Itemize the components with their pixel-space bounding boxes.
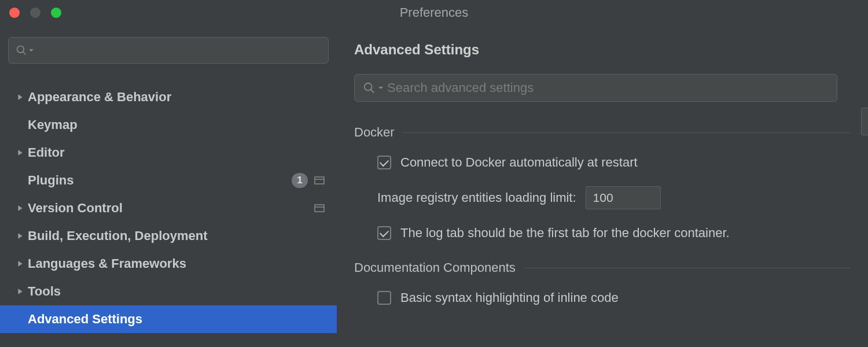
sidebar-item-label: Editor xyxy=(28,145,325,160)
sidebar-item-advanced-settings[interactable]: Advanced Settings xyxy=(0,305,337,333)
sidebar-item-plugins[interactable]: Plugins 1 xyxy=(0,167,337,194)
project-level-icon xyxy=(314,202,325,214)
sidebar-item-version-control[interactable]: Version Control xyxy=(0,194,337,222)
page-title: Advanced Settings xyxy=(354,42,851,58)
sidebar-item-label: Advanced Settings xyxy=(28,312,325,327)
group-header-documentation-components: Documentation Components xyxy=(354,260,851,275)
setting-label: Basic syntax highlighting of inline code xyxy=(400,290,619,305)
separator xyxy=(524,268,851,268)
sidebar: Appearance & Behavior Keymap Editor Plug… xyxy=(0,25,337,347)
sidebar-item-build-execution-deployment[interactable]: Build, Execution, Deployment xyxy=(0,222,337,250)
sidebar-item-label: Build, Execution, Deployment xyxy=(28,228,325,243)
sidebar-item-label: Version Control xyxy=(28,201,314,216)
advanced-search[interactable] xyxy=(354,74,837,102)
group-header-docker: Docker xyxy=(354,125,851,140)
sidebar-item-label: Plugins xyxy=(28,173,292,188)
update-count-badge: 1 xyxy=(292,173,308,188)
maximize-window-button[interactable] xyxy=(51,8,61,18)
chevron-right-icon xyxy=(13,260,28,267)
chevron-right-icon xyxy=(13,149,28,156)
svg-point-0 xyxy=(17,46,24,53)
sidebar-item-label: Tools xyxy=(28,284,325,299)
sidebar-item-appearance-behavior[interactable]: Appearance & Behavior xyxy=(0,83,337,111)
setting-docker-log-tab-first[interactable]: The log tab should be the first tab for … xyxy=(354,226,851,241)
svg-rect-2 xyxy=(315,177,324,184)
checkbox[interactable] xyxy=(377,291,391,305)
titlebar: Preferences xyxy=(0,0,868,25)
settings-tree: Appearance & Behavior Keymap Editor Plug… xyxy=(0,83,337,333)
sidebar-item-tools[interactable]: Tools xyxy=(0,278,337,305)
chevron-right-icon xyxy=(13,94,28,101)
close-window-button[interactable] xyxy=(9,8,20,18)
group-label: Documentation Components xyxy=(354,260,516,275)
sidebar-item-label: Languages & Frameworks xyxy=(28,256,325,271)
sidebar-item-label: Appearance & Behavior xyxy=(28,90,325,105)
sidebar-item-languages-frameworks[interactable]: Languages & Frameworks xyxy=(0,250,337,278)
advanced-search-input[interactable] xyxy=(387,80,829,95)
chevron-right-icon xyxy=(13,288,28,295)
sidebar-search[interactable] xyxy=(8,37,329,64)
window-controls xyxy=(9,8,61,18)
window-title: Preferences xyxy=(0,5,868,20)
checkbox[interactable] xyxy=(377,156,391,169)
svg-line-7 xyxy=(371,90,374,93)
content-search-row xyxy=(354,74,851,102)
svg-rect-4 xyxy=(315,205,324,212)
setting-basic-syntax-highlighting[interactable]: Basic syntax highlighting of inline code xyxy=(354,290,851,305)
chevron-right-icon xyxy=(13,205,28,212)
sidebar-item-label: Keymap xyxy=(28,117,325,132)
content-pane: Advanced Settings Docker Connect to Dock… xyxy=(337,25,868,347)
sidebar-item-editor[interactable]: Editor xyxy=(0,139,337,167)
registry-limit-input[interactable] xyxy=(586,186,661,209)
main: Appearance & Behavior Keymap Editor Plug… xyxy=(0,25,868,347)
sidebar-search-input[interactable] xyxy=(36,44,321,57)
svg-line-1 xyxy=(23,52,26,55)
setting-label: The log tab should be the first tab for … xyxy=(400,226,730,241)
chevron-down-icon[interactable] xyxy=(379,85,384,91)
group-label: Docker xyxy=(354,125,395,140)
setting-label: Image registry entities loading limit: xyxy=(377,190,576,205)
separator xyxy=(403,132,851,133)
chevron-right-icon xyxy=(13,232,28,239)
search-icon xyxy=(16,45,27,56)
sidebar-item-keymap[interactable]: Keymap xyxy=(0,111,337,139)
setting-docker-connect-restart[interactable]: Connect to Docker automatically at resta… xyxy=(354,155,851,170)
modified-filter-button[interactable] xyxy=(861,108,868,135)
project-level-icon xyxy=(314,175,325,186)
search-icon xyxy=(363,82,376,94)
minimize-window-button[interactable] xyxy=(30,8,41,18)
chevron-down-icon[interactable] xyxy=(30,47,34,53)
setting-docker-registry-limit: Image registry entities loading limit: xyxy=(354,186,851,209)
checkbox[interactable] xyxy=(377,226,391,240)
svg-point-6 xyxy=(365,83,372,91)
setting-label: Connect to Docker automatically at resta… xyxy=(400,155,638,170)
